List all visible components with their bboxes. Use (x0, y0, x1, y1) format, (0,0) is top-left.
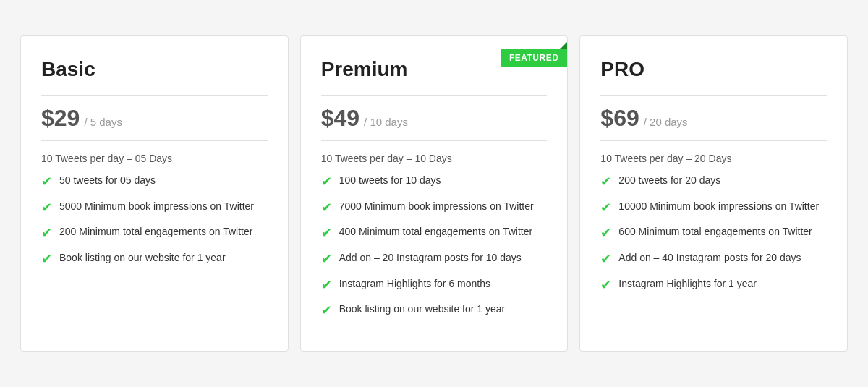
check-icon-basic-1: ✔ (41, 200, 52, 216)
feature-item-basic-0: ✔50 tweets for 05 days (41, 174, 268, 190)
price-period-pro: / 20 days (644, 116, 688, 128)
featured-badge: FEATURED (501, 49, 567, 67)
divider-2-basic (41, 140, 268, 141)
check-icon-basic-3: ✔ (41, 252, 52, 268)
plan-name-basic: Basic (41, 58, 95, 81)
divider-1-premium (321, 95, 548, 96)
plan-card-basic: Basic$29/ 5 days10 Tweets per day – 05 D… (20, 35, 289, 352)
feature-text-premium-2: 400 Minimum total engagements on Twitter (339, 226, 532, 237)
feature-text-basic-1: 5000 Minimum book impressions on Twitter (59, 200, 254, 212)
plan-subtitle-basic: 10 Tweets per day – 05 Days (41, 153, 268, 164)
plan-card-premium: FEATUREDPremium$49/ 10 days10 Tweets per… (300, 35, 569, 352)
feature-text-basic-3: Book listing on our website for 1 year (59, 252, 226, 263)
check-icon-pro-3: ✔ (600, 252, 611, 268)
check-icon-premium-2: ✔ (321, 226, 332, 242)
feature-text-basic-2: 200 Minimum total engagements on Twitter (59, 226, 252, 237)
plan-name-premium: Premium (321, 58, 408, 81)
plan-name-pro: PRO (600, 58, 644, 81)
pricing-container: Basic$29/ 5 days10 Tweets per day – 05 D… (14, 35, 854, 352)
feature-item-pro-3: ✔Add on – 40 Instagram posts for 20 days (600, 252, 827, 268)
plan-subtitle-premium: 10 Tweets per day – 10 Days (321, 153, 548, 164)
price-row-basic: $29/ 5 days (41, 105, 268, 132)
price-row-premium: $49/ 10 days (321, 105, 548, 132)
check-icon-pro-4: ✔ (600, 278, 611, 294)
feature-text-pro-4: Instagram Highlights for 1 year (618, 278, 757, 289)
price-amount-pro: $69 (600, 105, 639, 132)
feature-text-pro-2: 600 Minimum total engagements on Twitter (618, 226, 812, 237)
feature-item-pro-1: ✔10000 Minimum book impressions on Twitt… (600, 200, 827, 216)
check-icon-pro-1: ✔ (600, 200, 611, 216)
feature-item-pro-4: ✔Instagram Highlights for 1 year (600, 278, 827, 294)
feature-text-premium-5: Book listing on our website for 1 year (339, 303, 506, 315)
price-period-basic: / 5 days (84, 116, 122, 128)
feature-item-premium-5: ✔Book listing on our website for 1 year (321, 303, 548, 319)
feature-item-premium-0: ✔100 tweets for 10 days (321, 174, 548, 190)
feature-item-premium-3: ✔Add on – 20 Instagram posts for 10 days (321, 252, 548, 268)
feature-item-premium-4: ✔Instagram Highlights for 6 months (321, 278, 548, 294)
price-row-pro: $69/ 20 days (600, 105, 827, 132)
check-icon-pro-0: ✔ (600, 174, 611, 190)
feature-item-pro-2: ✔600 Minimum total engagements on Twitte… (600, 226, 827, 242)
feature-item-basic-2: ✔200 Minimum total engagements on Twitte… (41, 226, 268, 242)
feature-text-premium-1: 7000 Minimum book impressions on Twitter (339, 200, 534, 212)
feature-text-premium-4: Instagram Highlights for 6 months (339, 278, 490, 289)
divider-2-pro (600, 140, 827, 141)
feature-item-premium-1: ✔7000 Minimum book impressions on Twitte… (321, 200, 548, 216)
check-icon-premium-1: ✔ (321, 200, 332, 216)
price-amount-basic: $29 (41, 105, 80, 132)
check-icon-pro-2: ✔ (600, 226, 611, 242)
feature-item-pro-0: ✔200 tweets for 20 days (600, 174, 827, 190)
check-icon-premium-3: ✔ (321, 252, 332, 268)
plan-header-basic: Basic (41, 58, 268, 88)
feature-text-premium-3: Add on – 20 Instagram posts for 10 days (339, 252, 522, 263)
plan-subtitle-pro: 10 Tweets per day – 20 Days (600, 153, 827, 164)
feature-text-pro-3: Add on – 40 Instagram posts for 20 days (618, 252, 801, 263)
check-icon-basic-0: ✔ (41, 174, 52, 190)
plan-card-pro: PRO$69/ 20 days10 Tweets per day – 20 Da… (579, 35, 848, 352)
check-icon-premium-0: ✔ (321, 174, 332, 190)
plan-header-pro: PRO (600, 58, 827, 88)
check-icon-premium-4: ✔ (321, 278, 332, 294)
feature-text-pro-1: 10000 Minimum book impressions on Twitte… (618, 200, 819, 212)
check-icon-basic-2: ✔ (41, 226, 52, 242)
price-period-premium: / 10 days (364, 116, 408, 128)
feature-text-pro-0: 200 tweets for 20 days (618, 174, 720, 186)
divider-1-basic (41, 95, 268, 96)
feature-text-premium-0: 100 tweets for 10 days (339, 174, 441, 186)
divider-1-pro (600, 95, 827, 96)
price-amount-premium: $49 (321, 105, 359, 132)
feature-item-basic-3: ✔Book listing on our website for 1 year (41, 252, 268, 268)
check-icon-premium-5: ✔ (321, 303, 332, 319)
feature-item-basic-1: ✔5000 Minimum book impressions on Twitte… (41, 200, 268, 216)
feature-item-premium-2: ✔400 Minimum total engagements on Twitte… (321, 226, 548, 242)
divider-2-premium (321, 140, 548, 141)
feature-text-basic-0: 50 tweets for 05 days (59, 174, 156, 186)
